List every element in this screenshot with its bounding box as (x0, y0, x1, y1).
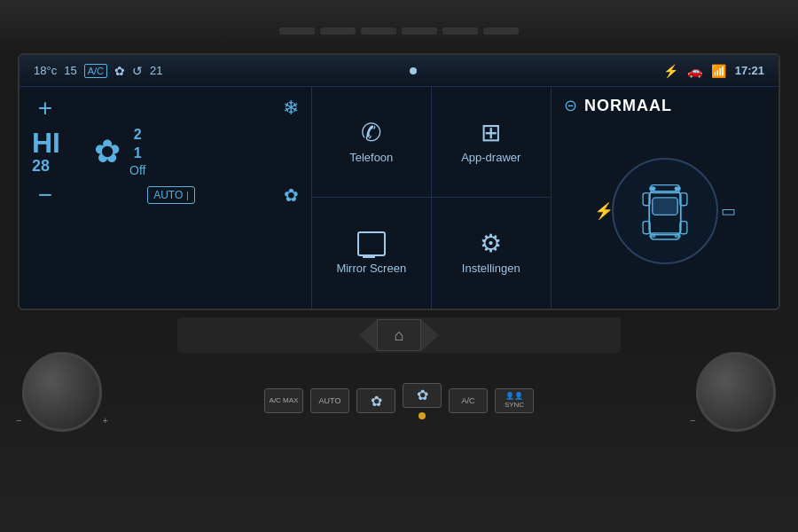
strip-right (421, 319, 439, 351)
car-circle: ⚡ (612, 158, 718, 264)
temperature-display: HI 28 (32, 129, 85, 176)
main-content: + ❄ HI 28 ✿ 2 1 Off − AUTO | (20, 87, 778, 309)
infotainment-screen: 18°c 15 A/C ✿ ↺ 21 ⚡ 🚗 📶 17:21 + ❄ (18, 53, 780, 310)
temp-decrease-button[interactable]: − (32, 183, 59, 207)
status-center (162, 67, 662, 74)
snowflake-icon: ❄ (283, 97, 299, 120)
temp-number: 28 (32, 157, 50, 176)
fan-increase-button[interactable]: ✿ (403, 383, 442, 419)
car-connected-icon: 🚗 (687, 64, 702, 78)
mirror-icon (357, 231, 386, 256)
right-volume-knob[interactable]: − (696, 352, 776, 432)
car-status-zone: ⊝ NORMAAL ⚡ (552, 87, 778, 309)
car-visual: ⚡ (564, 122, 766, 300)
home-button[interactable]: ⌂ (377, 319, 421, 351)
temp-increase-button[interactable]: + (32, 96, 59, 121)
status-bar: 18°c 15 A/C ✿ ↺ 21 ⚡ 🚗 📶 17:21 (20, 55, 778, 87)
svg-rect-6 (649, 234, 655, 238)
svg-rect-4 (649, 186, 655, 190)
mirror-screen-label: Mirror Screen (336, 262, 406, 275)
sync-button[interactable]: 👤👤SYNC (495, 388, 534, 413)
physical-controls-row: − + A/C MAX AUTO ✿ ✿ (18, 365, 780, 436)
left-volume-knob[interactable]: − + (22, 352, 102, 432)
fan-plus-icon: ✿ (417, 387, 428, 403)
fan-speeds: 2 1 Off (129, 126, 145, 177)
drive-mode-label: NORMAAL (584, 97, 672, 115)
bluetooth-icon: ⚡ (663, 64, 678, 78)
climate-bottom: − AUTO | ✿ (32, 183, 299, 207)
phone-icon: ✆ (361, 121, 381, 145)
recirculate-icon: ↺ (132, 64, 143, 78)
home-strip: ⌂ (177, 317, 621, 353)
auto-mode-indicator: AUTO | (147, 186, 195, 204)
home-icon: ⌂ (395, 326, 404, 345)
svg-rect-7 (675, 234, 681, 238)
speed-1: 1 (134, 145, 142, 161)
ac-max-box[interactable]: A/C MAX (264, 388, 303, 413)
instellingen-label: Instellingen (462, 262, 520, 275)
app-drawer-label: App-drawer (461, 151, 520, 164)
fan-dec-box[interactable]: ✿ (356, 388, 395, 413)
strip-left (359, 319, 377, 351)
grid-icon: ⊞ (481, 121, 501, 145)
ac-max-label: A/C MAX (270, 396, 299, 405)
fan-inc-box[interactable]: ✿ (403, 383, 442, 408)
vent-slat (442, 27, 478, 35)
ac-box[interactable]: A/C (449, 388, 488, 413)
temp-hi-label: HI (32, 129, 60, 157)
app-telefoon[interactable]: ✆ Telefoon (312, 87, 432, 198)
drive-mode-icon: ⊝ (564, 96, 577, 115)
ac-label: A/C (461, 396, 474, 405)
svg-rect-1 (653, 198, 677, 215)
app-app-drawer[interactable]: ⊞ App-drawer (432, 87, 552, 198)
fan-decrease-button[interactable]: ✿ (356, 388, 395, 413)
climate-zone: + ❄ HI 28 ✿ 2 1 Off − AUTO | (20, 87, 312, 309)
center-buttons: A/C MAX AUTO ✿ ✿ A/ (53, 383, 745, 419)
charge-icon: ⚡ (594, 201, 614, 221)
speed-off: Off (129, 163, 145, 177)
clock-display: 17:21 (735, 64, 764, 77)
sync-box[interactable]: 👤👤SYNC (495, 388, 534, 413)
app-mirror-screen[interactable]: Mirror Screen (312, 198, 432, 309)
battery-icon: ▭ (721, 201, 736, 221)
app-instellingen[interactable]: ⚙ Instellingen (432, 198, 552, 309)
active-indicator (419, 412, 426, 419)
vent-slat (402, 27, 437, 35)
ac-status: A/C (84, 64, 107, 78)
fan-icon-btn: ✿ (371, 393, 382, 410)
app-grid: ✆ Telefoon ⊞ App-drawer Mirror Screen ⚙ … (312, 87, 552, 309)
svg-rect-5 (675, 186, 681, 190)
status-right: ⚡ 🚗 📶 17:21 (663, 64, 764, 78)
drive-mode-header: ⊝ NORMAAL (564, 96, 766, 115)
sync-label: 👤👤SYNC (505, 392, 524, 409)
auto-text: AUTO (153, 189, 183, 201)
vent-slat (361, 27, 396, 35)
ac-button[interactable]: A/C (449, 388, 488, 413)
auto-label: AUTO (319, 396, 341, 405)
fan-icon: ✿ (114, 64, 125, 78)
car-diagram (638, 176, 692, 246)
speed-2: 2 (134, 126, 142, 143)
vent-slat (483, 27, 519, 35)
climate-top: + ❄ (32, 96, 299, 121)
auto-button[interactable]: AUTO (310, 388, 349, 413)
status-left: 18°c 15 A/C ✿ ↺ 21 (34, 64, 162, 78)
signal-icon: 📶 (711, 64, 726, 78)
auto-box[interactable]: AUTO (310, 388, 349, 413)
vent-slat (279, 27, 315, 35)
vent-slat (320, 27, 356, 35)
temp-display: 18°c (34, 64, 57, 77)
fan-speed-display: 15 (64, 64, 76, 77)
bottom-bezel: ⌂ − + A/C MAX AUTO ✿ (0, 310, 798, 532)
right-temp-display: 21 (150, 64, 162, 77)
home-indicator (410, 67, 417, 74)
telefoon-label: Telefoon (349, 151, 393, 164)
settings-icon: ⚙ (480, 231, 502, 256)
top-bezel (0, 0, 798, 53)
fan-small-icon: ✿ (284, 184, 299, 206)
fan-large-icon: ✿ (94, 136, 121, 168)
ac-max-button[interactable]: A/C MAX (264, 388, 303, 413)
climate-middle: HI 28 ✿ 2 1 Off (32, 126, 299, 177)
